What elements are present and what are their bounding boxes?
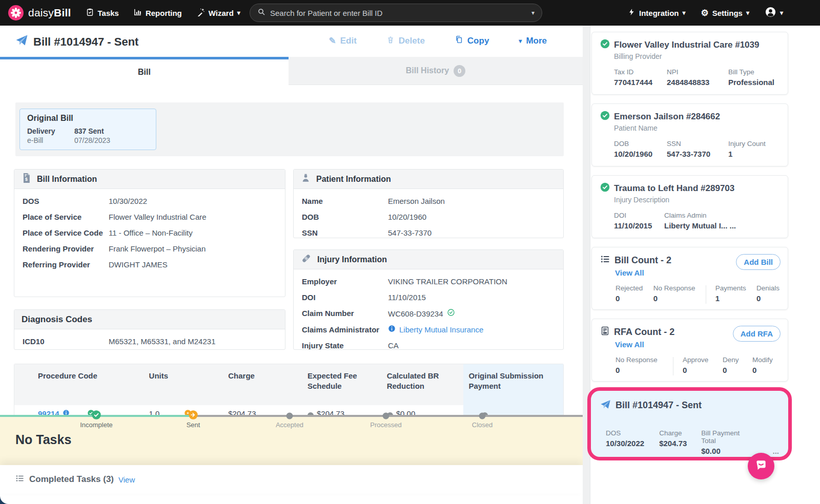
delete-button[interactable]: Delete <box>386 35 425 47</box>
nav-tasks[interactable]: Tasks <box>86 8 119 18</box>
hl-dos-stat: DOS10/30/2022 <box>606 429 659 455</box>
brand-text: daisyBill <box>28 7 71 19</box>
search-chevron-down-icon[interactable]: ▾ <box>531 9 535 16</box>
more-button[interactable]: ▾ More <box>519 36 547 46</box>
claim-number-row: Claim Number WC608-D39234 <box>302 306 555 322</box>
list-icon <box>600 254 610 266</box>
tax-id-stat: Tax ID770417444 <box>614 68 667 87</box>
view-completed-tasks-link[interactable]: View <box>118 475 135 484</box>
caret-down-icon: ▾ <box>519 37 522 45</box>
step-label-accepted: Accepted <box>276 421 303 429</box>
claims-admin-link[interactable]: Liberty Mutual Insurance <box>399 325 483 335</box>
add-bill-button[interactable]: Add Bill <box>736 254 781 270</box>
right-sidebar: Flower Valley Industrial Care #1039 Bill… <box>583 26 820 504</box>
injury-card[interactable]: Trauma to Left Hand #289703 Injury Descr… <box>591 175 788 238</box>
bill-versions-panel: Original Bill Delivery837 Sent e-Bill07/… <box>15 102 564 156</box>
chat-launcher-button[interactable] <box>748 453 774 479</box>
completed-tasks-label: Completed Tasks (3) <box>29 474 114 485</box>
no-response-stat: No Response0 <box>653 284 706 304</box>
claims-admin-stat: Claims AdminLiberty Mutual I... ... <box>664 212 736 230</box>
rendering-provider-row: Rendering ProviderFrank Flowerpot – Phys… <box>23 241 277 257</box>
bill-history-count-badge: 0 <box>454 65 465 77</box>
current-bill-card-highlighted[interactable]: Bill #1014947 - Sent DOS10/30/2022 Charg… <box>587 387 792 460</box>
user-account-icon <box>765 6 776 19</box>
bill-information-card: $ Bill Information DOS10/30/2022 Place o… <box>14 169 285 297</box>
hl-bill-payment-total-stat: Bill Payment Total$0.00 <box>701 429 754 455</box>
place-of-service-code-row: Place of Service Code11 - Office – Non-F… <box>23 225 277 241</box>
dos-row: DOS10/30/2022 <box>23 194 277 209</box>
injury-information-card: Injury Information EmployerVIKING TRAILE… <box>293 249 564 350</box>
chevron-down-icon: ▾ <box>237 9 240 16</box>
lightning-bolt-icon <box>628 8 636 18</box>
no-tasks-heading: No Tasks <box>15 432 71 447</box>
bill-header: Bill #1014947 - Sent ✎ Edit Delete Copy … <box>0 26 583 57</box>
step-sent-marker <box>189 410 198 422</box>
verified-check-icon <box>447 308 455 319</box>
search-icon <box>257 8 265 18</box>
nav-settings[interactable]: ⚙ Settings ▾ <box>701 9 749 17</box>
doi-row: DOI11/10/2015 <box>302 290 555 306</box>
icd10-row: ICD10M65321, M65331, and M24231 <box>23 334 277 350</box>
original-bill-card[interactable]: Original Bill Delivery837 Sent e-Bill07/… <box>19 109 156 150</box>
nav-integration[interactable]: Integration ▾ <box>628 8 686 18</box>
completed-tasks-bar: Completed Tasks (3) View <box>0 465 583 494</box>
step-accepted-marker <box>286 413 293 419</box>
nav-account[interactable]: ▾ <box>765 6 783 19</box>
clipboard-icon <box>86 8 94 18</box>
list-icon <box>15 474 25 485</box>
patient-card[interactable]: Emerson Jailson #284662 Patient Name DOB… <box>591 103 788 166</box>
step-label-incomplete: Incomplete <box>80 421 113 429</box>
step-label-processed: Processed <box>370 421 401 429</box>
paper-plane-icon <box>15 34 28 50</box>
tasks-panel: Incomplete Sent Accepted Processed Close… <box>0 416 583 465</box>
approve-stat: Approve0 <box>683 356 723 375</box>
procedure-table-header: Procedure Code Units Charge Expected Fee… <box>14 364 563 405</box>
payments-stat: Payments1 <box>715 284 756 304</box>
more-ellipsis[interactable]: ... <box>772 447 779 455</box>
tab-bill[interactable]: Bill <box>0 57 289 85</box>
dob-stat: DOB10/20/1960 <box>614 140 667 158</box>
patient-icon <box>301 173 311 185</box>
rfa-no-response-stat: No Response0 <box>616 356 673 375</box>
chevron-down-icon: ▾ <box>780 9 783 16</box>
referring-provider-row: Referring ProviderDWIGHT JAMES <box>23 257 277 273</box>
info-circle-icon[interactable] <box>388 325 396 335</box>
step-label-sent: Sent <box>187 421 200 429</box>
rfa-document-icon <box>600 326 610 338</box>
daisybill-logo[interactable]: daisyBill <box>8 5 71 20</box>
main-content: Bill #1014947 - Sent ✎ Edit Delete Copy … <box>0 26 583 504</box>
delivery-row: Delivery837 Sent <box>27 127 149 136</box>
bill-receipt-icon: $ <box>22 173 31 185</box>
injury-state-row: Injury StateCA <box>302 338 555 350</box>
claims-administrator-row: Claims Administrator Liberty Mutual Insu… <box>302 322 555 338</box>
nav-reporting[interactable]: Reporting <box>133 8 182 18</box>
add-rfa-button[interactable]: Add RFA <box>733 326 781 342</box>
check-circle-icon <box>600 182 610 194</box>
magic-wand-icon <box>196 8 205 18</box>
check-circle-icon <box>600 111 610 122</box>
copy-icon <box>455 35 463 47</box>
bar-chart-icon <box>133 8 142 18</box>
search-input[interactable] <box>270 9 527 17</box>
rfa-count-card: RFA Count - 2 Add RFA View All No Respon… <box>591 319 788 382</box>
ssn-stat: SSN547-33-7370 <box>667 140 728 158</box>
place-of-service-row: Place of ServiceFlower Valley Industrial… <box>23 209 277 225</box>
billing-provider-card[interactable]: Flower Valley Industrial Care #1039 Bill… <box>591 32 788 95</box>
edit-button[interactable]: ✎ Edit <box>329 36 356 46</box>
copy-button[interactable]: Copy <box>455 35 489 47</box>
rejected-stat: Rejected0 <box>616 284 653 304</box>
nav-wizard[interactable]: Wizard ▾ <box>196 8 240 18</box>
trash-icon <box>386 35 395 47</box>
check-circle-icon <box>600 39 610 51</box>
tab-bill-history[interactable]: Bill History 0 <box>289 57 583 85</box>
step-closed-marker <box>479 413 486 419</box>
bill-type-stat: Bill TypeProfessional <box>728 68 774 87</box>
diagnosis-codes-card: Diagnosis Codes ICD10M65321, M65331, and… <box>14 309 285 350</box>
patient-dob-row: DOB10/20/1960 <box>302 209 555 225</box>
gear-icon: ⚙ <box>701 9 709 17</box>
injury-count-stat: Injury Count1 <box>728 140 766 158</box>
chevron-down-icon: ▾ <box>682 9 685 16</box>
bandage-icon <box>301 253 312 266</box>
paper-plane-icon <box>600 399 611 412</box>
global-search[interactable]: ▾ <box>250 4 542 22</box>
